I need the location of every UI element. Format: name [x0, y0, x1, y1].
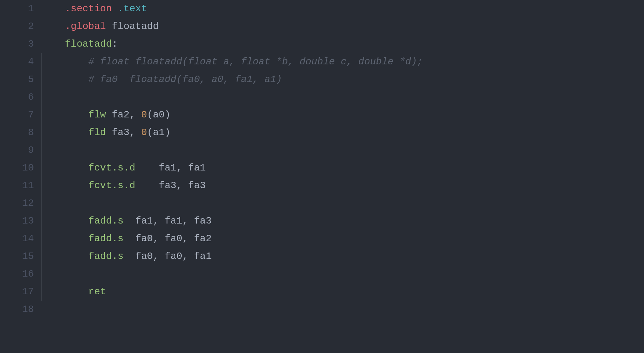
code-line-12[interactable] [41, 195, 644, 212]
line-number: 7 [0, 106, 34, 124]
number-token: 0 [141, 127, 147, 138]
line-number: 14 [0, 230, 34, 248]
line-number: 2 [0, 18, 34, 35]
code-line-6[interactable] [41, 88, 644, 106]
code-line-5[interactable]: # fa0 floatadd(fa0, a0, fa1, a1) [41, 71, 644, 88]
code-line-13[interactable]: fadd.s fa1, fa1, fa3 [41, 212, 644, 230]
comment-token: # fa0 floatadd(fa0, a0, fa1, a1) [88, 74, 282, 85]
instruction-token: fadd.s [88, 233, 124, 244]
instruction-token: fcvt.s.d [88, 162, 135, 173]
code-line-10[interactable]: fcvt.s.d fa1, fa1 [41, 159, 644, 177]
register-token: a1 [153, 127, 164, 138]
code-line-17[interactable]: ret [41, 283, 644, 301]
code-line-7[interactable]: flw fa2, 0(a0) [41, 106, 644, 124]
code-line-15[interactable]: fadd.s fa0, fa0, fa1 [41, 248, 644, 265]
instruction-token: fadd.s [88, 251, 124, 262]
code-line-1[interactable]: .section .text [41, 0, 644, 18]
line-number: 11 [0, 177, 34, 195]
line-number: 12 [0, 195, 34, 212]
operand-token: fa1, fa1 [135, 162, 206, 173]
line-number: 15 [0, 248, 34, 265]
line-number: 5 [0, 71, 34, 88]
line-number: 13 [0, 212, 34, 230]
code-line-14[interactable]: fadd.s fa0, fa0, fa2 [41, 230, 644, 248]
instruction-token: fld [88, 127, 106, 138]
line-number: 4 [0, 53, 34, 71]
label-token: floatadd [65, 38, 112, 50]
line-number: 18 [0, 301, 34, 318]
operand-token: fa0, fa0, fa1 [123, 251, 211, 262]
operand-token: fa1, fa1, fa3 [123, 215, 211, 227]
operand-token: fa3, [106, 127, 141, 138]
code-content[interactable]: .section .text .global floatadd floatadd… [41, 0, 644, 353]
code-line-8[interactable]: fld fa3, 0(a1) [41, 124, 644, 142]
instruction-token: fadd.s [88, 215, 124, 227]
comment-token: # float floatadd(float a, float *b, doub… [88, 56, 423, 67]
paren-token: ( [147, 127, 153, 138]
operand-token: fa2, [106, 109, 141, 120]
code-line-16[interactable] [41, 265, 644, 283]
directive-token: .global [65, 21, 106, 32]
line-number-gutter: 1 2 3 4 5 6 7 8 9 10 11 12 13 14 15 16 1… [0, 0, 41, 353]
code-line-2[interactable]: .global floatadd [41, 18, 644, 35]
code-line-4[interactable]: # float floatadd(float a, float *b, doub… [41, 53, 644, 71]
line-number: 10 [0, 159, 34, 177]
instruction-token: fcvt.s.d [88, 180, 135, 191]
code-line-3[interactable]: floatadd: [41, 35, 644, 53]
colon-token: : [112, 38, 118, 50]
line-number: 3 [0, 35, 34, 53]
symbol-token: floatadd [106, 21, 159, 32]
line-number: 8 [0, 124, 34, 142]
line-number: 16 [0, 265, 34, 283]
directive-token: .section [65, 3, 112, 14]
instruction-token: flw [88, 109, 106, 120]
line-number: 9 [0, 142, 34, 159]
paren-token: ) [165, 109, 171, 120]
register-token: a0 [153, 109, 164, 120]
section-token: .text [112, 3, 147, 14]
number-token: 0 [141, 109, 147, 120]
code-line-11[interactable]: fcvt.s.d fa3, fa3 [41, 177, 644, 195]
line-number: 6 [0, 88, 34, 106]
line-number: 1 [0, 0, 34, 18]
instruction-token: ret [88, 286, 106, 297]
operand-token: fa3, fa3 [135, 180, 206, 191]
code-line-18[interactable] [41, 301, 644, 318]
code-editor[interactable]: 1 2 3 4 5 6 7 8 9 10 11 12 13 14 15 16 1… [0, 0, 644, 353]
line-number: 17 [0, 283, 34, 301]
paren-token: ) [165, 127, 171, 138]
paren-token: ( [147, 109, 153, 120]
code-line-9[interactable] [41, 142, 644, 159]
operand-token: fa0, fa0, fa2 [123, 233, 211, 244]
